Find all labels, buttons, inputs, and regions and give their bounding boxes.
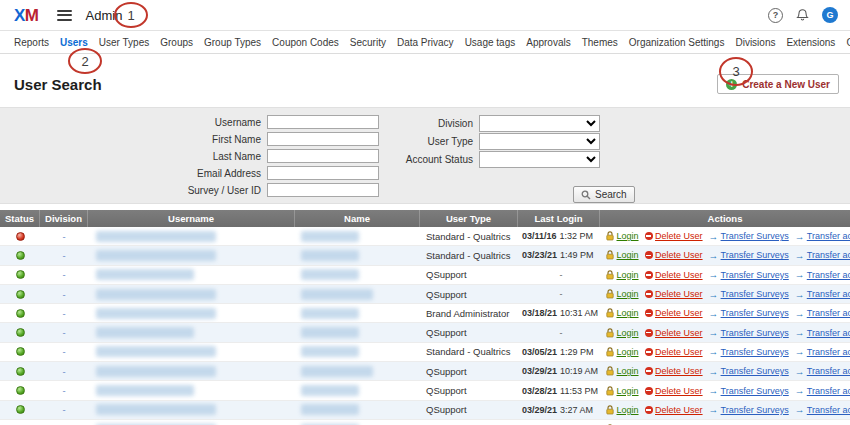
actions-cell: LoginDelete User→Transfer Surveys→Transf… (600, 420, 850, 425)
actions-cell: LoginDelete User→Transfer Surveys→Transf… (600, 323, 850, 341)
arrow-icon: → (709, 327, 719, 338)
table-row: -QSupport03/29/2110:19 AMLoginDelete Use… (0, 362, 850, 381)
search-button[interactable]: Search (573, 186, 635, 203)
login-link[interactable]: Login (606, 231, 639, 241)
username-cell (88, 323, 295, 341)
nav-item-extensions[interactable]: Extensions (786, 37, 835, 48)
nav-item-groups[interactable]: Groups (160, 37, 193, 48)
delete-user-link[interactable]: Delete User (645, 270, 703, 280)
status-cell (0, 266, 40, 284)
delete-user-link[interactable]: Delete User (645, 289, 703, 299)
arrow-icon: → (709, 346, 719, 357)
login-link[interactable]: Login (606, 405, 639, 415)
email-address-input[interactable] (267, 166, 379, 180)
transfer-actions-link[interactable]: →Transfer actions (795, 327, 850, 338)
nav-item-users[interactable]: Users (60, 37, 88, 48)
nav-item-divisions[interactable]: Divisions (735, 37, 775, 48)
user-type-label: User Type (385, 136, 479, 147)
login-link[interactable]: Login (606, 250, 639, 260)
login-link[interactable]: Login (606, 270, 639, 280)
login-link[interactable]: Login (606, 308, 639, 318)
hamburger-menu-icon[interactable] (57, 10, 72, 21)
username-input[interactable] (267, 115, 379, 129)
login-link[interactable]: Login (606, 347, 639, 357)
first-name-input[interactable] (267, 132, 379, 146)
transfer-actions-link[interactable]: →Transfer actions (795, 250, 850, 261)
transfer-surveys-link[interactable]: →Transfer Surveys (709, 385, 789, 396)
transfer-actions-link[interactable]: →Transfer actions (795, 366, 850, 377)
status-green-icon (16, 386, 25, 395)
login-link[interactable]: Login (606, 328, 639, 338)
header-last-login: Last Login (518, 210, 600, 227)
status-green-icon (16, 251, 25, 260)
transfer-actions-link[interactable]: →Transfer actions (795, 269, 850, 280)
delete-user-link[interactable]: Delete User (645, 347, 703, 357)
transfer-surveys-link[interactable]: →Transfer Surveys (709, 366, 789, 377)
actions-cell: LoginDelete User→Transfer Surveys→Transf… (600, 381, 850, 399)
avatar[interactable]: G (822, 7, 838, 23)
transfer-surveys-link[interactable]: →Transfer Surveys (709, 327, 789, 338)
login-link[interactable]: Login (606, 366, 639, 376)
transfer-surveys-link[interactable]: →Transfer Surveys (709, 289, 789, 300)
transfer-surveys-link[interactable]: →Transfer Surveys (709, 269, 789, 280)
delete-user-link[interactable]: Delete User (645, 366, 703, 376)
transfer-actions-link[interactable]: →Transfer actions (795, 231, 850, 242)
user-type-select[interactable] (479, 133, 600, 150)
table-row: -QSupport03/28/2111:53 PMLoginDelete Use… (0, 381, 850, 400)
nav-item-coupon-codes[interactable]: Coupon Codes (272, 37, 339, 48)
division-select[interactable] (479, 115, 600, 132)
transfer-actions-link[interactable]: →Transfer actions (795, 404, 850, 415)
transfer-actions-link[interactable]: →Transfer actions (795, 346, 850, 357)
topbar: XM Admin ? G (0, 0, 850, 31)
last-login-empty: - (522, 270, 600, 280)
redacted-username (96, 269, 194, 280)
delete-user-link[interactable]: Delete User (645, 386, 703, 396)
page-head: User Search + Create a New User (0, 54, 850, 107)
delete-user-link[interactable]: Delete User (645, 231, 703, 241)
user-type-cell: Brand Administrator (420, 304, 518, 322)
transfer-surveys-link[interactable]: →Transfer Surveys (709, 346, 789, 357)
redacted-username (96, 366, 216, 377)
nav-item-themes[interactable]: Themes (582, 37, 618, 48)
nav-item-approvals[interactable]: Approvals (526, 37, 570, 48)
redacted-name (301, 385, 359, 396)
nav-item-reports[interactable]: Reports (14, 37, 49, 48)
help-icon[interactable]: ? (768, 8, 783, 23)
login-link[interactable]: Login (606, 289, 639, 299)
transfer-actions-link[interactable]: →Transfer actions (795, 308, 850, 319)
transfer-surveys-link[interactable]: →Transfer Surveys (709, 308, 789, 319)
search-button-label: Search (595, 189, 627, 200)
delete-user-link[interactable]: Delete User (645, 328, 703, 338)
nav-item-user-types[interactable]: User Types (99, 37, 149, 48)
nav-item-data-privacy[interactable]: Data Privacy (397, 37, 454, 48)
transfer-surveys-link[interactable]: →Transfer Surveys (709, 250, 789, 261)
nav-item-organization-settings[interactable]: Organization Settings (629, 37, 725, 48)
transfer-actions-link[interactable]: →Transfer actions (795, 289, 850, 300)
account-status-select[interactable] (479, 151, 600, 168)
actions-cell: LoginDelete User→Transfer Surveys→Transf… (600, 227, 850, 245)
transfer-surveys-link[interactable]: →Transfer Surveys (709, 231, 789, 242)
delete-user-link[interactable]: Delete User (645, 250, 703, 260)
last-name-input[interactable] (267, 149, 379, 163)
nav-item-group-types[interactable]: Group Types (204, 37, 261, 48)
transfer-actions-link[interactable]: →Transfer actions (795, 385, 850, 396)
delete-user-link[interactable]: Delete User (645, 308, 703, 318)
table-row: -QSupport03/17/211:40 AMLoginDelete User… (0, 420, 850, 425)
nav-item-usage-tags[interactable]: Usage tags (465, 37, 516, 48)
arrow-icon: → (795, 366, 805, 377)
status-green-icon (16, 270, 25, 279)
name-cell (295, 266, 420, 284)
login-link[interactable]: Login (606, 386, 639, 396)
admin-user-search-screen: XM Admin ? G ReportsUsersUser TypesGroup… (0, 0, 850, 425)
name-cell (295, 304, 420, 322)
create-new-user-button[interactable]: + Create a New User (717, 74, 839, 94)
notifications-bell-icon[interactable] (796, 8, 809, 22)
nav-item-security[interactable]: Security (350, 37, 386, 48)
transfer-surveys-link[interactable]: →Transfer Surveys (709, 404, 789, 415)
user-type-cell: Standard - Qualtrics (420, 227, 518, 245)
survey-user-id-input[interactable] (267, 183, 379, 197)
table-row: -Brand Administrator03/18/2110:31 AMLogi… (0, 304, 850, 323)
username-cell (88, 343, 295, 361)
nav-item-onlin[interactable]: Onlin (846, 37, 850, 48)
delete-user-link[interactable]: Delete User (645, 405, 703, 415)
